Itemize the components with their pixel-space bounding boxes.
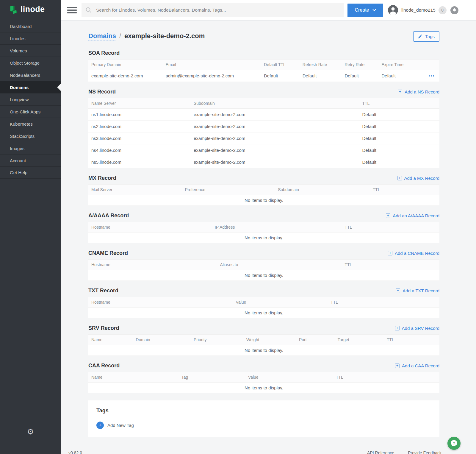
- table-header-row: HostnameIP AddressTTL: [88, 222, 439, 233]
- menu-toggle-button[interactable]: [67, 7, 77, 13]
- add-record-link-label: Add a CNAME Record: [395, 251, 439, 256]
- cname-table: HostnameAliases toTTLNo items to display…: [88, 259, 439, 281]
- table-cell: Default: [362, 112, 439, 117]
- plus-box-icon: +: [396, 288, 400, 293]
- sidebar-settings-button[interactable]: ⚙: [0, 428, 61, 436]
- sidebar-item-stackscripts[interactable]: StackScripts: [0, 130, 61, 142]
- notifications-button[interactable]: [450, 6, 458, 14]
- api-reference-link[interactable]: API Reference: [367, 450, 394, 454]
- table-cell: ns4.linode.com: [88, 148, 194, 153]
- column-header: Aliases to: [220, 262, 345, 267]
- sidebar-item-images[interactable]: Images: [0, 142, 61, 154]
- sidebar: linode DashboardLinodesVolumesObject Sto…: [0, 0, 61, 454]
- breadcrumb-domains-link[interactable]: Domains: [88, 32, 116, 41]
- sidebar-item-label: Account: [10, 158, 26, 163]
- create-button[interactable]: Create: [347, 4, 383, 17]
- sidebar-item-domains[interactable]: Domains: [0, 81, 61, 93]
- table-header-row: Name ServerSubdomainTTL: [88, 98, 439, 109]
- row-actions-menu-button[interactable]: [428, 74, 435, 78]
- table-header-row: NameDomainPriorityWeightPortTargetTTL: [88, 334, 439, 345]
- plus-box-icon: +: [398, 90, 402, 94]
- sidebar-item-linodes[interactable]: Linodes: [0, 32, 61, 44]
- ns-section-header: NS Record+Add a NS Record: [88, 88, 439, 96]
- column-header: Mail Server: [88, 187, 185, 192]
- empty-state-text: No items to display.: [88, 198, 439, 203]
- page-title: example-site-demo-2.com: [124, 32, 205, 40]
- add-mx-record-link[interactable]: +Add a MX Record: [397, 176, 439, 181]
- column-header: Default TTL: [264, 62, 303, 67]
- plus-box-icon: +: [386, 213, 390, 218]
- txt-section-header: TXT Record+Add a TXT Record: [88, 287, 439, 294]
- bell-icon: [452, 8, 457, 13]
- add-caa-record-link[interactable]: +Add a CAA Record: [395, 363, 439, 368]
- notification-count-badge: 0: [439, 6, 447, 14]
- column-header: Subdomain: [194, 101, 362, 106]
- global-search: [82, 3, 344, 17]
- search-icon: [85, 7, 92, 13]
- soa-table: Primary DomainEmailDefault TTLRefresh Ra…: [88, 59, 439, 82]
- help-button[interactable]: ?: [447, 437, 461, 450]
- username-menu[interactable]: linode_demo215: [401, 7, 436, 13]
- column-header: Name: [88, 337, 136, 342]
- empty-row: No items to display.: [88, 345, 439, 356]
- plus-box-icon: +: [397, 176, 402, 180]
- add-srv-record-link[interactable]: +Add a SRV Record: [395, 326, 439, 331]
- srv-table: NameDomainPriorityWeightPortTargetTTLNo …: [88, 334, 439, 356]
- avatar[interactable]: [388, 5, 398, 15]
- aaaa-table: HostnameIP AddressTTLNo items to display…: [88, 222, 439, 243]
- add-cname-record-link[interactable]: +Add a CNAME Record: [388, 251, 439, 256]
- empty-row: No items to display.: [88, 308, 439, 318]
- table-cell: example-site-demo-2.com: [194, 160, 362, 165]
- ellipsis-dot: [431, 75, 432, 77]
- table-cell: example-site-demo-2.com: [88, 73, 166, 78]
- provide-feedback-link[interactable]: Provide Feedback: [408, 450, 441, 454]
- add-aaaa-record-link[interactable]: +Add an A/AAAA Record: [386, 213, 439, 218]
- sidebar-item-account[interactable]: Account: [0, 154, 61, 166]
- sidebar-item-volumes[interactable]: Volumes: [0, 44, 61, 57]
- add-ns-record-link[interactable]: +Add a NS Record: [398, 89, 439, 94]
- linode-logo[interactable]: linode: [0, 0, 61, 19]
- mx-record-section: MX Record+Add a MX RecordMail ServerPref…: [88, 174, 439, 206]
- section-title: MX Record: [88, 175, 116, 181]
- column-header: Priority: [194, 337, 246, 342]
- txt-table: HostnameValueTTLNo items to display.: [88, 297, 439, 318]
- svg-text:?: ?: [453, 441, 455, 445]
- table-cell: admin@example-site-demo-2.com: [166, 73, 264, 78]
- page-header: Domains / example-site-demo-2.com Tags: [88, 29, 439, 43]
- pencil-icon: [418, 34, 422, 39]
- sidebar-item-dashboard[interactable]: Dashboard: [0, 20, 61, 32]
- srv-record-section: SRV Record+Add a SRV RecordNameDomainPri…: [88, 324, 439, 356]
- sidebar-item-object-storage[interactable]: Object Storage: [0, 57, 61, 69]
- sidebar-item-one-click-apps[interactable]: One-Click Apps: [0, 105, 61, 118]
- table-cell: example-site-demo-2.com: [194, 136, 362, 141]
- add-record-link-label: Add a NS Record: [405, 89, 439, 94]
- sidebar-item-label: Kubernetes: [10, 121, 33, 127]
- ellipsis-dot: [433, 75, 434, 77]
- sidebar-item-longview[interactable]: Longview: [0, 93, 61, 105]
- table-cell: example-site-demo-2.com: [194, 148, 362, 153]
- search-input[interactable]: [95, 7, 340, 13]
- column-header: IP Address: [215, 225, 345, 230]
- ellipsis-dot: [429, 75, 430, 77]
- ns-table: Name ServerSubdomainTTLns1.linode.comexa…: [88, 98, 439, 168]
- add-new-tag-button[interactable]: + Add New Tag: [96, 422, 134, 429]
- column-header: Hostname: [88, 225, 215, 230]
- sidebar-item-nodebalancers[interactable]: NodeBalancers: [0, 69, 61, 81]
- cname-section-header: CNAME Record+Add a CNAME Record: [88, 249, 439, 257]
- sidebar-item-kubernetes[interactable]: Kubernetes: [0, 118, 61, 130]
- edit-tags-button[interactable]: Tags: [413, 31, 439, 42]
- sidebar-item-label: Get Help: [10, 170, 27, 175]
- section-title: NS Record: [88, 89, 116, 95]
- table-cell: Default: [362, 124, 439, 129]
- chevron-down-icon: [372, 9, 376, 11]
- add-txt-record-link[interactable]: +Add a TXT Record: [396, 288, 439, 293]
- soa-section-header: SOA Record: [88, 49, 439, 57]
- empty-state-text: No items to display.: [88, 385, 439, 390]
- add-record-link-label: Add an A/AAAA Record: [393, 213, 439, 218]
- plus-box-icon: +: [388, 251, 392, 255]
- table-cell: example-site-demo-2.com: [194, 112, 362, 117]
- table-row: ns4.linode.comexample-site-demo-2.comDef…: [88, 144, 439, 156]
- srv-section-header: SRV Record+Add a SRV Record: [88, 324, 439, 332]
- plus-box-icon: +: [395, 326, 400, 330]
- sidebar-item-get-help[interactable]: Get Help: [0, 166, 61, 179]
